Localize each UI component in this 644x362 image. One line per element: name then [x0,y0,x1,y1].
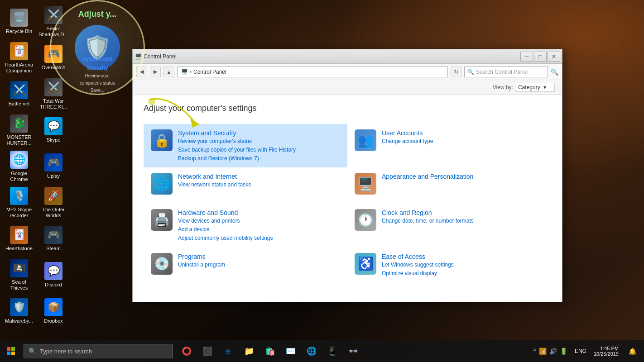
systray-battery-icon[interactable]: 🔋 [560,348,567,355]
taskbar-pinned-icons: ⭕ ⬛ e 📁 🛍️ ✉️ 🌐 📱 👓 [177,341,363,361]
network-name[interactable]: Network and Internet [178,173,251,180]
battle-net-icon: ⚔️ [10,81,28,99]
desktop-icon-malwarebytes[interactable]: 🛡️ Malwareby... [2,293,36,329]
desktop-icon-hearthstonearena[interactable]: 🃏 HearthArena Companion [2,40,36,76]
security-link-2[interactable]: Save backup copies of your files with Fi… [178,146,296,154]
svg-marker-0 [190,118,199,128]
svg-rect-4 [7,352,10,355]
systray-language-icon[interactable]: ENG [573,348,588,354]
window-title: Control Panel [144,53,177,60]
clock-name[interactable]: Clock and Region [382,209,474,216]
hearthstone-icon: 🃏 [10,226,28,244]
toolbar: View by: Category ▾ [133,80,562,95]
refresh-button[interactable]: ↻ [451,67,461,77]
steam-icon: 🎮 [44,226,62,244]
magnify-circle: Adjust y... 🛡️ System and Security Revie… [50,0,145,95]
sea-of-thieves-label: Sea of Thieves [4,279,34,291]
start-button[interactable] [0,340,22,362]
viewby-dropdown[interactable]: Category ▾ [515,83,555,92]
programs-text: Programs Uninstall a program [178,253,225,269]
appearance-name[interactable]: Appearance and Personalization [382,173,473,180]
taskbar-tablet-icon[interactable]: 📱 [322,341,342,361]
minimize-button[interactable]: ─ [520,52,533,62]
taskbar-search[interactable]: 🔍 Type here to search [24,344,173,358]
search-placeholder: Search Control Panel [476,69,528,75]
systray-chevron-icon[interactable]: ^ [533,348,536,355]
chrome-icon: 🌐 [10,151,28,169]
hardware-link-3[interactable]: Adjust commonly used mobility settings [178,234,273,242]
ease-name[interactable]: Ease of Access [382,253,454,260]
clock[interactable]: 1:45 PM 10/25/2019 [590,346,622,357]
search-box[interactable]: 🔍 Search Control Panel [464,67,548,77]
security-text: System and Security Review your computer… [178,129,296,162]
svg-rect-5 [11,352,15,355]
desktop-icon-chrome[interactable]: 🌐 Google Chrome [2,148,36,185]
close-button[interactable]: ✕ [548,52,560,62]
up-button[interactable]: ▲ [163,67,174,77]
desktop-icon-recycle-bin[interactable]: 🗑️ Recycle Bin [2,4,36,40]
search-submit-icon[interactable]: 🔍 [551,68,558,76]
desktop-icon-hearthstone[interactable]: 🃏 Hearthstone [2,221,36,257]
address-path[interactable]: 🖥️ › Control Panel [177,67,448,77]
desktop-icon-skype[interactable]: 💬 Skype [36,112,71,148]
security-link-3[interactable]: Backup and Restore (Windows 7) [178,155,296,162]
taskbar-search-text: Type here to search [40,348,92,355]
hardware-link-2[interactable]: Add a device [178,226,273,233]
mhunter-label: MONSTER HUNTER... [4,134,34,146]
desktop-icon-steam[interactable]: 🎮 Steam [36,221,71,257]
ease-link-1[interactable]: Let Windows suggest settings [382,261,454,269]
programs-link-1[interactable]: Uninstall a program [178,261,225,269]
cp-page-title: Adjust your computer's settings [144,104,551,113]
category-hardware[interactable]: 🖨️ Hardware and Sound View devices and p… [144,204,347,247]
desktop-icon-dropbox[interactable]: 📦 Dropbox [36,293,71,329]
taskbar-explorer-icon[interactable]: 📁 [239,341,259,361]
taskbar-edge-icon[interactable]: e [218,341,238,361]
network-icon: 🌐 [151,173,173,195]
desktop-icon-battle-net[interactable]: ⚔️ Battle.net [2,76,36,112]
appearance-icon: 🖥️ [355,173,376,195]
security-link-1[interactable]: Review your computer's status [178,138,296,145]
desktop-icon-sea-of-thieves[interactable]: 🏴‍☠️ Sea of Thieves [2,257,36,293]
clock-time: 1:45 PM [600,346,619,351]
desktop-icon-uplay[interactable]: 🎮 Uplay [36,148,71,185]
maximize-button[interactable]: □ [534,52,547,62]
clock-link-1[interactable]: Change date, time, or number formats [382,217,474,225]
clock-text: Clock and Region Change date, time, or n… [382,209,474,225]
taskbar-chrome-taskbar-icon[interactable]: 🌐 [302,341,322,361]
category-network[interactable]: 🌐 Network and Internet View network stat… [144,167,347,204]
viewby-label: View by: [493,84,513,90]
user-accounts-link-1[interactable]: Change account type [382,138,433,145]
ease-link-2[interactable]: Optimize visual display [382,270,454,277]
desktop-icon-discord[interactable]: 💬 Discord [36,257,71,293]
steam-label: Steam [46,246,61,252]
category-programs[interactable]: 💿 Programs Uninstall a program [144,248,347,284]
hearthstonearena-icon: 🃏 [10,42,28,60]
forward-button[interactable]: ▶ [150,67,161,77]
category-user-accounts[interactable]: 👥 User Accounts Change account type [347,124,551,167]
taskbar-store-icon[interactable]: 🛍️ [260,341,280,361]
hardware-name[interactable]: Hardware and Sound [178,209,273,216]
notification-center-button[interactable]: 🔔 [624,340,640,362]
user-accounts-name[interactable]: User Accounts [382,129,433,137]
category-clock[interactable]: 🕐 Clock and Region Change date, time, or… [347,204,551,247]
address-bar: ◀ ▶ ▲ 🖥️ › Control Panel ↻ 🔍 Search Cont… [133,64,562,80]
programs-name[interactable]: Programs [178,253,225,260]
systray-network-icon[interactable]: 📶 [539,348,547,355]
appearance-text: Appearance and Personalization [382,173,473,180]
hardware-text: Hardware and Sound View devices and prin… [178,209,273,242]
taskbar-task-view-icon[interactable]: ⬛ [197,341,217,361]
magnify-title: Adjust y... [78,10,117,19]
totalwar-icon: ⚔️ [44,78,62,96]
category-appearance[interactable]: 🖥️ Appearance and Personalization [347,167,551,204]
taskbar-mixed-reality-icon[interactable]: 👓 [343,341,363,361]
desktop-icon-mhunter[interactable]: 🐉 MONSTER HUNTER... [2,112,36,148]
network-link-1[interactable]: View network status and tasks [178,181,251,189]
category-ease-of-access[interactable]: ♿ Ease of Access Let Windows suggest set… [347,248,551,284]
taskbar-mail-icon[interactable]: ✉️ [281,341,301,361]
hardware-link-1[interactable]: View devices and printers [178,217,273,225]
systray-volume-icon[interactable]: 🔊 [549,348,557,355]
taskbar-cortana-icon[interactable]: ⭕ [177,341,197,361]
desktop-icon-mp3skype[interactable]: 🎙️ MP3 Skype recorder [2,185,36,221]
desktop-icon-outer-worlds[interactable]: 🚀 The Outer Worlds [36,185,71,221]
taskbar: 🔍 Type here to search ⭕ ⬛ e 📁 🛍️ ✉️ 🌐 📱 … [0,340,644,362]
